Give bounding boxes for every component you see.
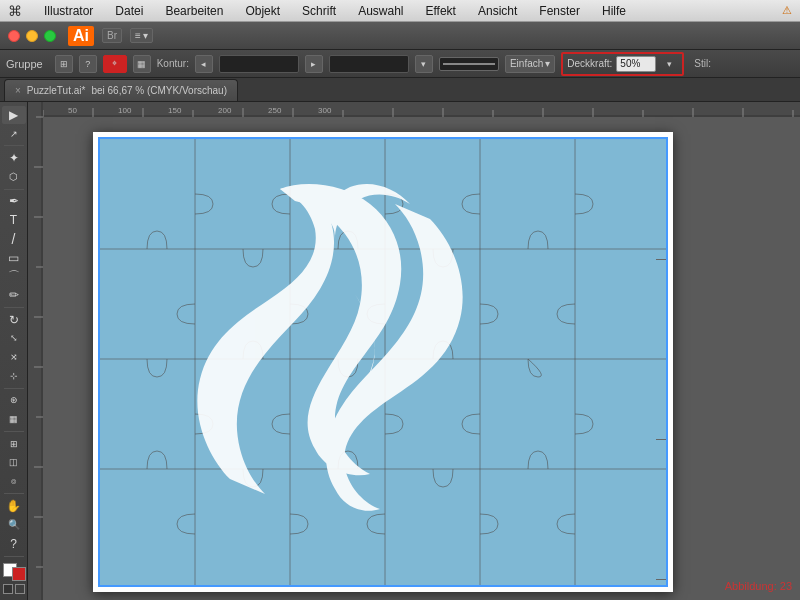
direct-select-icon: ↗ — [10, 129, 18, 139]
brush-icon: ⌒ — [8, 268, 20, 285]
arrange-label: ≡ — [135, 30, 141, 41]
close-button[interactable] — [8, 30, 20, 42]
mesh-tool[interactable]: ⊞ — [2, 435, 26, 453]
graph-tool[interactable]: ▦ — [2, 410, 26, 428]
stil-label: Stil: — [694, 58, 711, 69]
svg-rect-24 — [28, 102, 43, 600]
lasso-tool[interactable]: ⬡ — [2, 168, 26, 186]
logo-artwork — [150, 159, 550, 539]
align-button[interactable]: ⌖ — [103, 55, 127, 73]
kontur-style-arrow[interactable]: ▾ — [415, 55, 433, 73]
svg-text:150: 150 — [168, 106, 182, 115]
magic-wand-tool[interactable]: ✦ — [2, 149, 26, 167]
zoom-tool[interactable]: 🔍 — [2, 516, 26, 534]
kontur-style-field[interactable] — [329, 55, 409, 73]
hand-icon: ✋ — [6, 499, 21, 513]
menu-auswahl[interactable]: Auswahl — [354, 3, 407, 19]
mode-buttons — [3, 584, 25, 594]
canvas-area[interactable]: for(let i=0;i<800;i+=10){ let h = i%50==… — [28, 102, 800, 600]
minimize-button[interactable] — [26, 30, 38, 42]
menu-illustrator[interactable]: Illustrator — [40, 3, 97, 19]
tool-separator-2 — [4, 189, 24, 190]
brush-tool[interactable]: ⌒ — [2, 268, 26, 286]
ruler-left — [28, 102, 43, 600]
menu-fenster[interactable]: Fenster — [535, 3, 584, 19]
menu-schrift[interactable]: Schrift — [298, 3, 340, 19]
arrange-menu[interactable]: ≡ ▾ — [130, 28, 153, 43]
tab-close-button[interactable]: × — [15, 85, 21, 96]
traffic-lights — [8, 30, 56, 42]
background-color[interactable] — [12, 567, 26, 581]
group-label: Gruppe — [6, 58, 43, 70]
options-button[interactable]: ? — [79, 55, 97, 73]
document-page — [93, 132, 673, 592]
isolate-group-button[interactable]: ⊞ — [55, 55, 73, 73]
br-badge[interactable]: Br — [102, 28, 122, 43]
text-tool[interactable]: T — [2, 211, 26, 229]
apple-menu[interactable]: ⌘ — [8, 3, 22, 19]
select-tool[interactable]: ▶ — [2, 106, 26, 124]
warp-icon: ⤨ — [10, 352, 18, 362]
tool-separator-5 — [4, 431, 24, 432]
stroke-type-dropdown[interactable]: Einfach ▾ — [505, 55, 555, 73]
rect-icon: ▭ — [8, 251, 19, 265]
mask-mode-button[interactable] — [15, 584, 25, 594]
pencil-tool[interactable]: ✏ — [2, 286, 26, 304]
stroke-preview — [439, 57, 499, 71]
menu-objekt[interactable]: Objekt — [241, 3, 284, 19]
tab-viewinfo: bei 66,67 % (CMYK/Vorschau) — [91, 85, 227, 96]
eyedropper-tool[interactable]: ⌾ — [2, 472, 26, 490]
zoom-icon: 🔍 — [8, 519, 20, 530]
line-icon: / — [12, 231, 16, 247]
menu-hilfe[interactable]: Hilfe — [598, 3, 630, 19]
eyedropper-icon: ⌾ — [11, 476, 16, 486]
scale-tool[interactable]: ⤡ — [2, 330, 26, 348]
fullscreen-button[interactable] — [44, 30, 56, 42]
scale-icon: ⤡ — [10, 333, 18, 343]
ruler-top: for(let i=0;i<800;i+=10){ let h = i%50==… — [28, 102, 800, 117]
kontur-down[interactable]: ◂ — [195, 55, 213, 73]
menu-bearbeiten[interactable]: Bearbeiten — [161, 3, 227, 19]
hand-tool[interactable]: ✋ — [2, 497, 26, 515]
deckkraft-input[interactable] — [616, 56, 656, 72]
document-tab[interactable]: × PuzzleTut.ai* bei 66,67 % (CMYK/Vorsch… — [4, 79, 238, 101]
pen-tool[interactable]: ✒ — [2, 193, 26, 211]
left-toolbar: ▶ ↗ ✦ ⬡ ✒ T / ▭ ⌒ ✏ ↻ — [0, 102, 28, 600]
symbol-tool[interactable]: ⊛ — [2, 392, 26, 410]
graph-icon: ▦ — [9, 414, 18, 424]
menu-ansicht[interactable]: Ansicht — [474, 3, 521, 19]
magic-wand-icon: ✦ — [9, 151, 19, 165]
rotate-tool[interactable]: ↻ — [2, 311, 26, 329]
rect-tool[interactable]: ▭ — [2, 249, 26, 267]
mesh-icon: ⊞ — [10, 439, 18, 449]
color-swatches[interactable] — [2, 562, 26, 581]
app-logo: Ai — [68, 26, 94, 46]
menu-effekt[interactable]: Effekt — [421, 3, 459, 19]
lasso-icon: ⬡ — [9, 171, 18, 182]
free-transform-tool[interactable]: ⊹ — [2, 367, 26, 385]
normal-mode-button[interactable] — [3, 584, 13, 594]
free-transform-icon: ⊹ — [10, 371, 18, 381]
line-tool[interactable]: / — [2, 230, 26, 248]
direct-select-tool[interactable]: ↗ — [2, 125, 26, 143]
deckkraft-section: Deckkraft: ▾ — [561, 52, 684, 76]
main-layout: ▶ ↗ ✦ ⬡ ✒ T / ▭ ⌒ ✏ ↻ — [0, 102, 800, 600]
help-tool[interactable]: ? — [2, 535, 26, 553]
gradient-tool[interactable]: ◫ — [2, 454, 26, 472]
kontur-up[interactable]: ▸ — [305, 55, 323, 73]
deckkraft-arrow[interactable]: ▾ — [660, 55, 678, 73]
tool-separator-7 — [4, 556, 24, 557]
kontur-value-field[interactable] — [219, 55, 299, 73]
svg-text:100: 100 — [118, 106, 132, 115]
help-icon: ? — [10, 537, 17, 551]
pencil-icon: ✏ — [9, 288, 19, 302]
svg-text:50: 50 — [68, 106, 77, 115]
extra-button[interactable]: ▦ — [133, 55, 151, 73]
rotate-icon: ↻ — [9, 313, 19, 327]
svg-text:250: 250 — [268, 106, 282, 115]
warp-tool[interactable]: ⤨ — [2, 348, 26, 366]
stroke-type-label: Einfach — [510, 58, 543, 69]
abbildung-caption: Abbildung: 23 — [725, 580, 792, 592]
arrange-arrow: ▾ — [143, 30, 148, 41]
menu-datei[interactable]: Datei — [111, 3, 147, 19]
